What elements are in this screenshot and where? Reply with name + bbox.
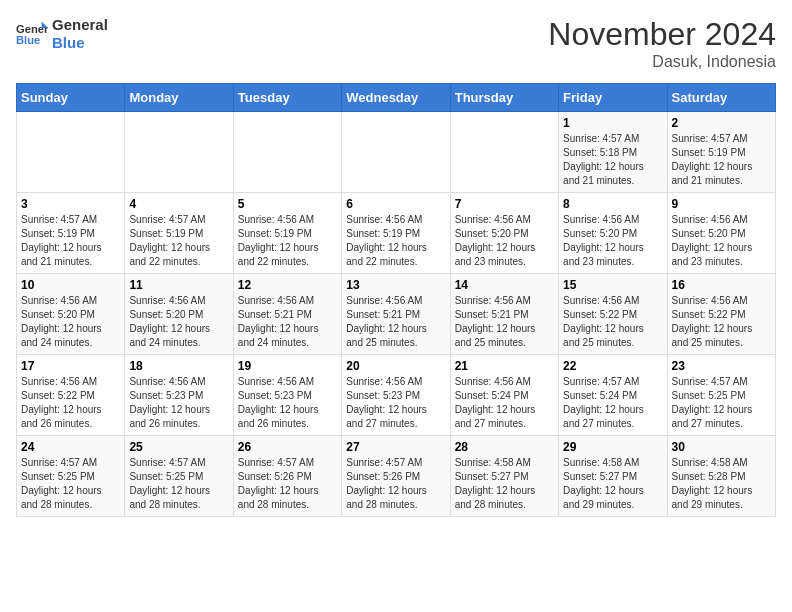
weekday-header-wednesday: Wednesday xyxy=(342,84,450,112)
calendar-cell: 4Sunrise: 4:57 AMSunset: 5:19 PMDaylight… xyxy=(125,193,233,274)
day-number: 9 xyxy=(672,197,771,211)
calendar-cell: 21Sunrise: 4:56 AMSunset: 5:24 PMDayligh… xyxy=(450,355,558,436)
weekday-header-saturday: Saturday xyxy=(667,84,775,112)
day-info: Sunrise: 4:57 AMSunset: 5:19 PMDaylight:… xyxy=(129,213,228,269)
calendar-cell: 26Sunrise: 4:57 AMSunset: 5:26 PMDayligh… xyxy=(233,436,341,517)
day-number: 18 xyxy=(129,359,228,373)
day-number: 2 xyxy=(672,116,771,130)
title-block: November 2024 Dasuk, Indonesia xyxy=(548,16,776,71)
calendar-cell: 1Sunrise: 4:57 AMSunset: 5:18 PMDaylight… xyxy=(559,112,667,193)
day-info: Sunrise: 4:56 AMSunset: 5:21 PMDaylight:… xyxy=(238,294,337,350)
day-number: 7 xyxy=(455,197,554,211)
day-number: 15 xyxy=(563,278,662,292)
day-info: Sunrise: 4:57 AMSunset: 5:25 PMDaylight:… xyxy=(672,375,771,431)
day-info: Sunrise: 4:57 AMSunset: 5:24 PMDaylight:… xyxy=(563,375,662,431)
calendar-cell xyxy=(125,112,233,193)
day-info: Sunrise: 4:56 AMSunset: 5:20 PMDaylight:… xyxy=(21,294,120,350)
day-number: 8 xyxy=(563,197,662,211)
logo-text-blue: Blue xyxy=(52,34,108,52)
day-info: Sunrise: 4:57 AMSunset: 5:25 PMDaylight:… xyxy=(21,456,120,512)
calendar-cell: 18Sunrise: 4:56 AMSunset: 5:23 PMDayligh… xyxy=(125,355,233,436)
calendar-cell: 3Sunrise: 4:57 AMSunset: 5:19 PMDaylight… xyxy=(17,193,125,274)
calendar-cell: 13Sunrise: 4:56 AMSunset: 5:21 PMDayligh… xyxy=(342,274,450,355)
day-info: Sunrise: 4:56 AMSunset: 5:20 PMDaylight:… xyxy=(129,294,228,350)
day-info: Sunrise: 4:56 AMSunset: 5:20 PMDaylight:… xyxy=(455,213,554,269)
day-info: Sunrise: 4:56 AMSunset: 5:21 PMDaylight:… xyxy=(346,294,445,350)
day-info: Sunrise: 4:56 AMSunset: 5:21 PMDaylight:… xyxy=(455,294,554,350)
day-number: 13 xyxy=(346,278,445,292)
calendar-cell: 27Sunrise: 4:57 AMSunset: 5:26 PMDayligh… xyxy=(342,436,450,517)
logo-text-general: General xyxy=(52,16,108,34)
day-info: Sunrise: 4:57 AMSunset: 5:25 PMDaylight:… xyxy=(129,456,228,512)
calendar-header: SundayMondayTuesdayWednesdayThursdayFrid… xyxy=(17,84,776,112)
calendar-cell xyxy=(17,112,125,193)
day-number: 14 xyxy=(455,278,554,292)
day-number: 10 xyxy=(21,278,120,292)
page-header: General Blue General Blue November 2024 … xyxy=(16,16,776,71)
calendar-cell: 23Sunrise: 4:57 AMSunset: 5:25 PMDayligh… xyxy=(667,355,775,436)
day-info: Sunrise: 4:58 AMSunset: 5:27 PMDaylight:… xyxy=(455,456,554,512)
day-info: Sunrise: 4:57 AMSunset: 5:18 PMDaylight:… xyxy=(563,132,662,188)
main-title: November 2024 xyxy=(548,16,776,53)
day-info: Sunrise: 4:57 AMSunset: 5:19 PMDaylight:… xyxy=(21,213,120,269)
day-info: Sunrise: 4:56 AMSunset: 5:24 PMDaylight:… xyxy=(455,375,554,431)
calendar-cell: 14Sunrise: 4:56 AMSunset: 5:21 PMDayligh… xyxy=(450,274,558,355)
day-number: 11 xyxy=(129,278,228,292)
calendar-cell: 11Sunrise: 4:56 AMSunset: 5:20 PMDayligh… xyxy=(125,274,233,355)
calendar-cell xyxy=(342,112,450,193)
calendar-cell xyxy=(450,112,558,193)
day-number: 20 xyxy=(346,359,445,373)
day-number: 30 xyxy=(672,440,771,454)
day-info: Sunrise: 4:56 AMSunset: 5:22 PMDaylight:… xyxy=(21,375,120,431)
calendar-cell: 17Sunrise: 4:56 AMSunset: 5:22 PMDayligh… xyxy=(17,355,125,436)
weekday-header-friday: Friday xyxy=(559,84,667,112)
day-info: Sunrise: 4:56 AMSunset: 5:22 PMDaylight:… xyxy=(563,294,662,350)
day-info: Sunrise: 4:56 AMSunset: 5:22 PMDaylight:… xyxy=(672,294,771,350)
calendar-cell xyxy=(233,112,341,193)
calendar-cell: 2Sunrise: 4:57 AMSunset: 5:19 PMDaylight… xyxy=(667,112,775,193)
calendar-cell: 12Sunrise: 4:56 AMSunset: 5:21 PMDayligh… xyxy=(233,274,341,355)
calendar-cell: 9Sunrise: 4:56 AMSunset: 5:20 PMDaylight… xyxy=(667,193,775,274)
calendar-cell: 10Sunrise: 4:56 AMSunset: 5:20 PMDayligh… xyxy=(17,274,125,355)
calendar-cell: 19Sunrise: 4:56 AMSunset: 5:23 PMDayligh… xyxy=(233,355,341,436)
svg-text:Blue: Blue xyxy=(16,34,40,46)
day-number: 21 xyxy=(455,359,554,373)
day-number: 1 xyxy=(563,116,662,130)
day-info: Sunrise: 4:58 AMSunset: 5:28 PMDaylight:… xyxy=(672,456,771,512)
calendar-cell: 28Sunrise: 4:58 AMSunset: 5:27 PMDayligh… xyxy=(450,436,558,517)
day-number: 17 xyxy=(21,359,120,373)
calendar-table: SundayMondayTuesdayWednesdayThursdayFrid… xyxy=(16,83,776,517)
calendar-cell: 6Sunrise: 4:56 AMSunset: 5:19 PMDaylight… xyxy=(342,193,450,274)
weekday-header-sunday: Sunday xyxy=(17,84,125,112)
day-number: 25 xyxy=(129,440,228,454)
weekday-header-thursday: Thursday xyxy=(450,84,558,112)
day-number: 27 xyxy=(346,440,445,454)
day-number: 12 xyxy=(238,278,337,292)
day-number: 4 xyxy=(129,197,228,211)
day-number: 16 xyxy=(672,278,771,292)
day-info: Sunrise: 4:56 AMSunset: 5:20 PMDaylight:… xyxy=(672,213,771,269)
calendar-cell: 5Sunrise: 4:56 AMSunset: 5:19 PMDaylight… xyxy=(233,193,341,274)
calendar-cell: 15Sunrise: 4:56 AMSunset: 5:22 PMDayligh… xyxy=(559,274,667,355)
calendar-cell: 25Sunrise: 4:57 AMSunset: 5:25 PMDayligh… xyxy=(125,436,233,517)
calendar-cell: 30Sunrise: 4:58 AMSunset: 5:28 PMDayligh… xyxy=(667,436,775,517)
day-number: 3 xyxy=(21,197,120,211)
day-number: 26 xyxy=(238,440,337,454)
calendar-cell: 20Sunrise: 4:56 AMSunset: 5:23 PMDayligh… xyxy=(342,355,450,436)
day-info: Sunrise: 4:56 AMSunset: 5:20 PMDaylight:… xyxy=(563,213,662,269)
day-info: Sunrise: 4:58 AMSunset: 5:27 PMDaylight:… xyxy=(563,456,662,512)
weekday-header-tuesday: Tuesday xyxy=(233,84,341,112)
logo-icon: General Blue xyxy=(16,20,48,48)
weekday-header-monday: Monday xyxy=(125,84,233,112)
day-number: 19 xyxy=(238,359,337,373)
day-number: 28 xyxy=(455,440,554,454)
day-number: 5 xyxy=(238,197,337,211)
day-info: Sunrise: 4:57 AMSunset: 5:26 PMDaylight:… xyxy=(346,456,445,512)
day-info: Sunrise: 4:56 AMSunset: 5:19 PMDaylight:… xyxy=(346,213,445,269)
day-number: 24 xyxy=(21,440,120,454)
day-number: 6 xyxy=(346,197,445,211)
day-info: Sunrise: 4:57 AMSunset: 5:19 PMDaylight:… xyxy=(672,132,771,188)
day-info: Sunrise: 4:57 AMSunset: 5:26 PMDaylight:… xyxy=(238,456,337,512)
calendar-cell: 7Sunrise: 4:56 AMSunset: 5:20 PMDaylight… xyxy=(450,193,558,274)
day-info: Sunrise: 4:56 AMSunset: 5:19 PMDaylight:… xyxy=(238,213,337,269)
